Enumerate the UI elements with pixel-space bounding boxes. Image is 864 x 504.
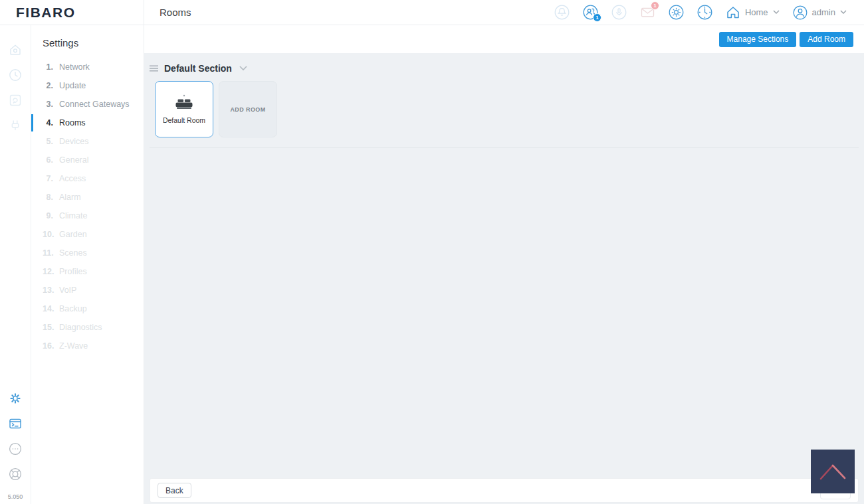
settings-panel: Settings 1. Network 2. Update 3. Connect…: [31, 25, 144, 504]
sidebar-item-diagnostics: 15. Diagnostics: [31, 318, 144, 337]
sidebar-item-label: VoIP: [59, 286, 76, 295]
section-title: Default Section: [164, 63, 232, 74]
home-menu[interactable]: Home: [726, 5, 780, 20]
room-card-default-room[interactable]: Default Room: [155, 81, 213, 137]
main-area: Manage Sections Add Room Default Section: [144, 25, 864, 504]
sidebar-item-label: Scenes: [59, 248, 87, 258]
add-room-card[interactable]: ADD ROOM: [219, 81, 277, 137]
left-icon-rail: 5.050: [0, 25, 31, 504]
history-icon[interactable]: [8, 68, 23, 82]
microphone-icon[interactable]: [611, 5, 627, 20]
version-label: 5.050: [8, 492, 23, 504]
sidebar-item-alarm: 8. Alarm: [31, 188, 144, 207]
sidebar-item-label: Network: [59, 62, 90, 72]
sidebar-item-label: Alarm: [59, 193, 81, 202]
sidebar-item-label: Profiles: [59, 267, 87, 276]
add-room-button[interactable]: Add Room: [800, 32, 853, 47]
sidebar-item-label: Rooms: [59, 118, 86, 127]
sidebar-item-network[interactable]: 1. Network: [31, 58, 144, 76]
sidebar-item-label: Update: [59, 81, 86, 90]
sidebar-item-label: Connect Gateways: [59, 100, 130, 109]
logo-area: FIBARO: [0, 0, 144, 25]
footer-bar: Back: [150, 478, 859, 503]
sidebar-item-backup: 14. Backup: [31, 299, 144, 318]
sidebar-item-zwave: 16. Z-Wave: [31, 337, 144, 355]
sidebar-item-connect-gateways[interactable]: 3. Connect Gateways: [31, 95, 144, 114]
settings-gear-icon[interactable]: [8, 391, 23, 406]
section-collapse-chevron-icon[interactable]: [239, 66, 247, 71]
drag-handle-icon[interactable]: [150, 65, 158, 72]
room-cards: Default Room ADD ROOM: [150, 81, 859, 137]
rooms-content: Default Section Defaul: [144, 53, 864, 478]
users-badge: 1: [593, 13, 601, 22]
sidebar-item-devices: 5. Devices: [31, 132, 144, 151]
rooms-toolbar: Manage Sections Add Room: [144, 25, 864, 53]
lifebuoy-help-icon[interactable]: [8, 467, 23, 481]
sidebar-item-label: Access: [59, 174, 86, 183]
clock-icon[interactable]: [697, 5, 712, 20]
sidebar-item-voip: 13. VoIP: [31, 281, 144, 299]
home-menu-label: Home: [745, 7, 768, 17]
user-menu-label: admin: [812, 7, 835, 17]
home-icon: [728, 7, 738, 18]
sidebar-item-garden: 10. Garden: [31, 225, 144, 244]
fibaro-app: FIBARO Rooms 1: [0, 0, 864, 504]
settings-title: Settings: [31, 37, 144, 48]
sidebar-item-rooms[interactable]: 4. Rooms: [31, 114, 144, 132]
manage-sections-button[interactable]: Manage Sections: [719, 32, 797, 47]
devices-plug-icon[interactable]: [8, 118, 23, 133]
sidebar-item-label: Backup: [59, 304, 87, 313]
top-header: FIBARO Rooms 1: [0, 0, 864, 25]
page-title: Rooms: [144, 0, 554, 25]
room-name: Default Room: [163, 116, 205, 124]
sidebar-item-scenes: 11. Scenes: [31, 244, 144, 262]
mail-badge: 1: [651, 1, 659, 10]
avatar-icon: [793, 5, 808, 20]
sidebar-item-label: Diagnostics: [59, 323, 102, 332]
scenes-icon[interactable]: [8, 93, 23, 108]
user-menu[interactable]: admin: [793, 5, 847, 20]
header-actions: 1 1: [554, 0, 864, 25]
support-chat-widget[interactable]: [811, 450, 855, 493]
section-divider: [150, 147, 859, 148]
chat-support-icon[interactable]: [8, 442, 23, 456]
brightness-icon[interactable]: [669, 5, 684, 20]
chevron-down-icon: [840, 10, 847, 15]
roof-chevron-icon: [816, 461, 849, 482]
sidebar-item-access: 7. Access: [31, 169, 144, 188]
bed-icon: [173, 94, 195, 112]
sidebar-item-label: Garden: [59, 230, 87, 239]
fibaro-logo: FIBARO: [16, 5, 76, 21]
terminal-icon[interactable]: [8, 416, 23, 431]
sidebar-item-label: Z-Wave: [59, 341, 88, 351]
chevron-down-icon: [773, 10, 780, 15]
mail-icon[interactable]: 1: [640, 5, 655, 20]
sidebar-item-general: 6. General: [31, 151, 144, 169]
dashboard-home-icon[interactable]: [8, 42, 23, 57]
users-icon[interactable]: 1: [583, 5, 598, 20]
sidebar-item-label: General: [59, 155, 88, 165]
sidebar-item-label: Devices: [59, 137, 88, 146]
sidebar-item-climate: 9. Climate: [31, 207, 144, 225]
sidebar-item-profiles: 12. Profiles: [31, 262, 144, 281]
sidebar-item-update[interactable]: 2. Update: [31, 76, 144, 95]
sidebar-item-label: Climate: [59, 211, 87, 220]
back-button[interactable]: Back: [158, 483, 191, 498]
section-header: Default Section: [150, 61, 859, 76]
alarm-bell-icon[interactable]: [554, 5, 570, 20]
